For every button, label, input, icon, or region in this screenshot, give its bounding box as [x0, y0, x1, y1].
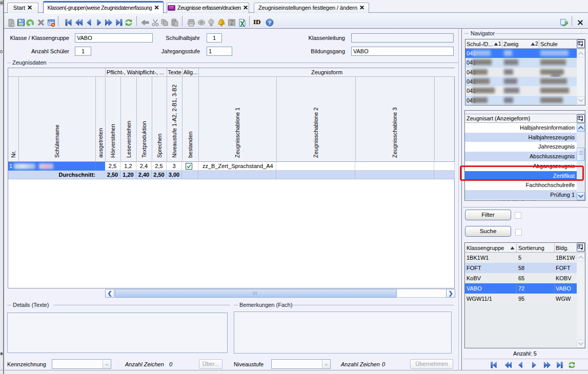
svg-text:Hörverstehen: Hörverstehen: [110, 124, 116, 158]
svg-text:Niveaustufe 1-A2, 2-B1, 3-B2: Niveaustufe 1-A2, 2-B1, 3-B2: [171, 85, 177, 158]
svg-text:Zeugnisschablone 3: Zeugnisschablone 3: [392, 108, 398, 158]
svg-text:Textproduktion: Textproduktion: [141, 121, 147, 158]
svg-text:Sprechen: Sprechen: [156, 134, 163, 158]
svg-text:Schülername: Schülername: [54, 124, 60, 158]
svg-text:TB: TB: [230, 19, 234, 23]
svg-text:bestanden: bestanden: [187, 132, 193, 158]
svg-text:ausgetreten: ausgetreten: [97, 128, 104, 158]
svg-text:Zeugnisschablone 2: Zeugnisschablone 2: [313, 108, 319, 158]
svg-text:Leseverstehen: Leseverstehen: [126, 121, 132, 158]
svg-text:?: ?: [268, 19, 271, 26]
svg-text:Nr.: Nr.: [10, 151, 16, 158]
svg-text:Zeugnisschablone 1: Zeugnisschablone 1: [234, 108, 240, 158]
